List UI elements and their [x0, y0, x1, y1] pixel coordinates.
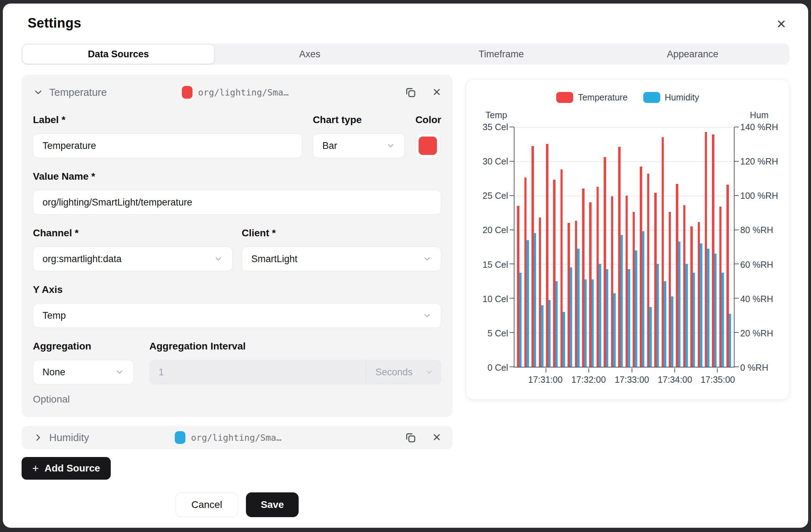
bar-pair [597, 127, 601, 367]
tab-axes[interactable]: Axes [214, 45, 406, 64]
bar-pair [568, 127, 572, 367]
duplicate-source-button[interactable] [404, 431, 417, 444]
optional-note: Optional [33, 394, 441, 405]
tab-appearance[interactable]: Appearance [597, 45, 788, 64]
client-value: SmartLight [251, 254, 298, 265]
settings-tabbar: Data SourcesAxesTimeframeAppearance [22, 44, 789, 65]
bar-pair [539, 127, 543, 367]
aggregation-select[interactable]: None [33, 360, 134, 384]
bar-humidity [649, 307, 652, 367]
bar-pair [662, 127, 666, 367]
bar-pair [633, 127, 637, 367]
chevron-down-icon [115, 368, 124, 377]
axis-tick-mark [510, 195, 514, 196]
close-dialog-button[interactable]: ✕ [773, 16, 790, 33]
remove-source-button[interactable]: ✕ [432, 87, 441, 98]
duplicate-source-button[interactable] [404, 86, 417, 99]
bar-pair [690, 127, 695, 367]
chevron-down-icon [33, 87, 44, 98]
chart-type-select[interactable]: Bar [313, 133, 405, 158]
save-button[interactable]: Save [246, 492, 299, 517]
axis-tick-label: 60 %RH [740, 260, 773, 270]
x-axis-tick-label: 17:31:00 [528, 375, 563, 385]
bar-humidity [599, 264, 601, 367]
bar-humidity [577, 249, 580, 367]
bar-pair [676, 127, 680, 367]
y-axis-left-ticks: 35 Cel30 Cel25 Cel20 Cel15 Cel10 Cel5 Ce… [475, 127, 514, 368]
axis-tick-mark [510, 366, 514, 367]
bar-humidity [664, 281, 666, 367]
bar-humidity [671, 296, 673, 367]
aggregation-interval-input: 1 [149, 360, 366, 384]
axis-tick-label: 25 Cel [483, 191, 508, 201]
axis-tick-mark [510, 298, 514, 299]
copy-icon [404, 431, 417, 444]
source-color-swatch [175, 431, 185, 444]
bar-pair [618, 127, 623, 367]
bar-pair [640, 127, 644, 367]
x-axis-tick-mark [674, 368, 675, 372]
aggregation-interval-group: 1 Seconds [149, 360, 441, 384]
bar-pair [726, 127, 731, 367]
bar-humidity [635, 250, 637, 367]
bar-pair [705, 127, 709, 367]
bar-pair [524, 127, 529, 367]
bar-pair [698, 127, 702, 367]
bar-humidity [685, 264, 688, 367]
chart-plot [514, 127, 735, 368]
axis-tick-label: 10 Cel [483, 294, 508, 304]
source-name: Temperature [49, 87, 107, 98]
add-source-button[interactable]: + Add Source [22, 457, 111, 480]
color-swatch [419, 137, 437, 155]
tab-timeframe[interactable]: Timeframe [406, 45, 597, 64]
bar-pair [517, 127, 522, 367]
bar-humidity [707, 249, 709, 367]
bar-humidity [548, 300, 551, 367]
bar-pair [589, 127, 594, 367]
bar-humidity [570, 267, 573, 367]
bar-humidity [606, 269, 609, 367]
x-axis-tick-mark [632, 368, 632, 372]
color-picker-button[interactable] [415, 133, 440, 158]
bar-humidity [621, 235, 623, 367]
x-axis-tick-mark [717, 368, 718, 372]
bar-humidity [541, 305, 543, 367]
dialog-title: Settings [28, 16, 808, 31]
bar-humidity [657, 264, 659, 367]
source-name: Humidity [49, 432, 89, 444]
aggregation-interval-unit-select: Seconds [366, 360, 441, 384]
remove-source-button[interactable]: ✕ [432, 432, 441, 443]
bar-humidity [527, 240, 529, 367]
client-select[interactable]: SmartLight [242, 247, 441, 271]
bar-humidity [613, 293, 616, 367]
aggregation-label: Aggregation [33, 341, 134, 352]
y-axis-label: Y Axis [33, 284, 441, 295]
axis-tick-mark [510, 127, 514, 127]
tab-data-sources[interactable]: Data Sources [23, 45, 214, 64]
cancel-button[interactable]: Cancel [176, 492, 238, 517]
axis-tick-label: 140 %RH [740, 122, 778, 132]
bar-pair [683, 127, 688, 367]
source-header-temperature[interactable]: Temperature org/lighting/Sma… ✕ [33, 83, 441, 102]
bar-humidity [693, 273, 695, 367]
chevron-right-icon [33, 432, 44, 443]
legend-label: Temperature [578, 92, 627, 103]
channel-select[interactable]: org:smartlight:data [33, 247, 232, 271]
right-axis-title: Hum [750, 110, 769, 121]
label-input[interactable] [33, 133, 302, 158]
bar-pair [604, 127, 608, 367]
axis-tick-label: 0 Cel [488, 363, 508, 373]
legend-swatch [643, 92, 660, 103]
bar-pair [669, 127, 673, 367]
bar-pair [647, 127, 652, 367]
value-name-input[interactable] [33, 190, 441, 215]
source-color-swatch [182, 86, 192, 99]
source-header-humidity[interactable]: Humidity org/lighting/Sma… ✕ [22, 426, 453, 449]
y-axis-select[interactable]: Temp [33, 303, 441, 328]
dialog-content: Temperature org/lighting/Sma… ✕ [22, 75, 789, 517]
source-topic: org/lighting/Sma… [198, 87, 289, 98]
bar-pair [719, 127, 724, 367]
chart-type-label: Chart type [313, 114, 405, 126]
data-sources-panel: Temperature org/lighting/Sma… ✕ [22, 75, 453, 517]
legend-item-temperature: Temperature [556, 92, 627, 103]
